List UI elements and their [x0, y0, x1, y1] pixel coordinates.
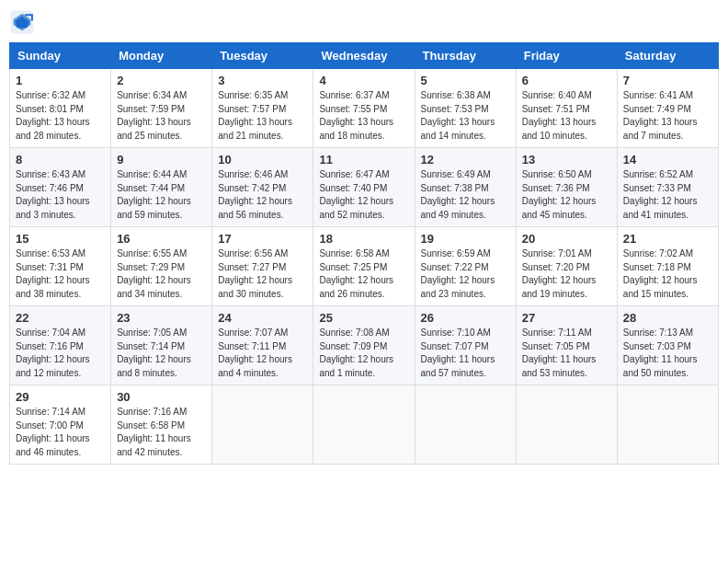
day-detail: Sunrise: 6:50 AM Sunset: 7:36 PM Dayligh… — [522, 168, 611, 222]
day-number: 14 — [623, 153, 712, 167]
calendar-cell: 30 Sunrise: 7:16 AM Sunset: 6:58 PM Dayl… — [111, 385, 212, 465]
day-detail: Sunrise: 6:43 AM Sunset: 7:46 PM Dayligh… — [16, 168, 105, 222]
calendar-cell: 15 Sunrise: 6:53 AM Sunset: 7:31 PM Dayl… — [10, 227, 111, 306]
logo-icon — [9, 9, 35, 35]
week-row-4: 22 Sunrise: 7:04 AM Sunset: 7:16 PM Dayl… — [10, 306, 719, 385]
day-detail: Sunrise: 6:35 AM Sunset: 7:57 PM Dayligh… — [218, 89, 307, 143]
calendar-cell: 8 Sunrise: 6:43 AM Sunset: 7:46 PM Dayli… — [10, 148, 111, 227]
day-number: 8 — [16, 153, 105, 167]
day-detail: Sunrise: 7:01 AM Sunset: 7:20 PM Dayligh… — [522, 247, 611, 301]
calendar-cell — [212, 385, 313, 465]
day-number: 11 — [319, 153, 408, 167]
day-detail: Sunrise: 6:56 AM Sunset: 7:27 PM Dayligh… — [218, 247, 307, 301]
calendar-cell: 17 Sunrise: 6:56 AM Sunset: 7:27 PM Dayl… — [212, 227, 313, 306]
day-detail: Sunrise: 6:59 AM Sunset: 7:22 PM Dayligh… — [421, 247, 510, 301]
calendar-cell — [617, 385, 718, 465]
day-detail: Sunrise: 6:41 AM Sunset: 7:49 PM Dayligh… — [623, 89, 712, 143]
day-detail: Sunrise: 7:04 AM Sunset: 7:16 PM Dayligh… — [16, 327, 105, 380]
day-detail: Sunrise: 7:05 AM Sunset: 7:14 PM Dayligh… — [117, 327, 206, 380]
day-number: 20 — [522, 232, 611, 246]
calendar-cell: 20 Sunrise: 7:01 AM Sunset: 7:20 PM Dayl… — [516, 227, 617, 306]
day-number: 29 — [16, 390, 105, 404]
day-detail: Sunrise: 6:49 AM Sunset: 7:38 PM Dayligh… — [421, 168, 510, 222]
calendar-cell: 29 Sunrise: 7:14 AM Sunset: 7:00 PM Dayl… — [10, 385, 111, 465]
day-detail: Sunrise: 6:44 AM Sunset: 7:44 PM Dayligh… — [117, 168, 206, 222]
week-row-5: 29 Sunrise: 7:14 AM Sunset: 7:00 PM Dayl… — [10, 385, 719, 465]
day-number: 18 — [319, 232, 408, 246]
day-detail: Sunrise: 7:07 AM Sunset: 7:11 PM Dayligh… — [218, 327, 307, 380]
day-number: 26 — [421, 311, 510, 325]
calendar-cell: 22 Sunrise: 7:04 AM Sunset: 7:16 PM Dayl… — [10, 306, 111, 385]
day-detail: Sunrise: 7:14 AM Sunset: 7:00 PM Dayligh… — [16, 406, 105, 459]
day-number: 6 — [522, 74, 611, 87]
logo — [9, 9, 39, 35]
calendar-cell: 26 Sunrise: 7:10 AM Sunset: 7:07 PM Dayl… — [415, 306, 516, 385]
calendar-cell: 25 Sunrise: 7:08 AM Sunset: 7:09 PM Dayl… — [313, 306, 415, 385]
calendar-cell: 24 Sunrise: 7:07 AM Sunset: 7:11 PM Dayl… — [212, 306, 313, 385]
day-number: 21 — [623, 232, 712, 246]
day-number: 24 — [218, 311, 307, 325]
day-number: 16 — [117, 232, 206, 246]
weekday-header-tuesday: Tuesday — [212, 43, 313, 69]
day-number: 3 — [218, 74, 307, 87]
week-row-1: 1 Sunrise: 6:32 AM Sunset: 8:01 PM Dayli… — [10, 69, 719, 148]
day-number: 17 — [218, 232, 307, 246]
calendar-cell: 16 Sunrise: 6:55 AM Sunset: 7:29 PM Dayl… — [111, 227, 212, 306]
weekday-header-friday: Friday — [516, 43, 617, 69]
calendar-cell: 6 Sunrise: 6:40 AM Sunset: 7:51 PM Dayli… — [516, 69, 617, 148]
weekday-header-monday: Monday — [111, 43, 212, 69]
weekday-header-sunday: Sunday — [10, 43, 111, 69]
calendar-cell: 28 Sunrise: 7:13 AM Sunset: 7:03 PM Dayl… — [617, 306, 718, 385]
day-detail: Sunrise: 7:11 AM Sunset: 7:05 PM Dayligh… — [522, 327, 611, 380]
calendar-cell — [313, 385, 415, 465]
day-detail: Sunrise: 7:13 AM Sunset: 7:03 PM Dayligh… — [623, 327, 712, 380]
week-row-2: 8 Sunrise: 6:43 AM Sunset: 7:46 PM Dayli… — [10, 148, 719, 227]
day-number: 22 — [16, 311, 105, 325]
day-number: 2 — [117, 74, 206, 87]
day-number: 30 — [117, 390, 206, 404]
day-number: 27 — [522, 311, 611, 325]
day-detail: Sunrise: 6:46 AM Sunset: 7:42 PM Dayligh… — [218, 168, 307, 222]
calendar-table: SundayMondayTuesdayWednesdayThursdayFrid… — [9, 42, 719, 465]
day-number: 25 — [319, 311, 408, 325]
day-detail: Sunrise: 6:55 AM Sunset: 7:29 PM Dayligh… — [117, 247, 206, 301]
calendar-cell: 1 Sunrise: 6:32 AM Sunset: 8:01 PM Dayli… — [10, 69, 111, 148]
calendar-cell: 4 Sunrise: 6:37 AM Sunset: 7:55 PM Dayli… — [313, 69, 415, 148]
calendar-cell: 2 Sunrise: 6:34 AM Sunset: 7:59 PM Dayli… — [111, 69, 212, 148]
calendar-cell: 13 Sunrise: 6:50 AM Sunset: 7:36 PM Dayl… — [516, 148, 617, 227]
day-detail: Sunrise: 7:10 AM Sunset: 7:07 PM Dayligh… — [421, 327, 510, 380]
calendar-cell: 11 Sunrise: 6:47 AM Sunset: 7:40 PM Dayl… — [313, 148, 415, 227]
calendar-cell: 3 Sunrise: 6:35 AM Sunset: 7:57 PM Dayli… — [212, 69, 313, 148]
calendar-cell — [415, 385, 516, 465]
day-number: 9 — [117, 153, 206, 167]
calendar-cell: 12 Sunrise: 6:49 AM Sunset: 7:38 PM Dayl… — [415, 148, 516, 227]
weekday-header-saturday: Saturday — [617, 43, 718, 69]
calendar-cell: 14 Sunrise: 6:52 AM Sunset: 7:33 PM Dayl… — [617, 148, 718, 227]
calendar-cell: 5 Sunrise: 6:38 AM Sunset: 7:53 PM Dayli… — [415, 69, 516, 148]
day-detail: Sunrise: 7:16 AM Sunset: 6:58 PM Dayligh… — [117, 406, 206, 459]
day-detail: Sunrise: 6:32 AM Sunset: 8:01 PM Dayligh… — [16, 89, 105, 143]
weekday-header-wednesday: Wednesday — [313, 43, 415, 69]
day-detail: Sunrise: 6:58 AM Sunset: 7:25 PM Dayligh… — [319, 247, 408, 301]
week-row-3: 15 Sunrise: 6:53 AM Sunset: 7:31 PM Dayl… — [10, 227, 719, 306]
page-header — [9, 9, 719, 35]
calendar-cell: 7 Sunrise: 6:41 AM Sunset: 7:49 PM Dayli… — [617, 69, 718, 148]
day-detail: Sunrise: 6:47 AM Sunset: 7:40 PM Dayligh… — [319, 168, 408, 222]
calendar-cell: 23 Sunrise: 7:05 AM Sunset: 7:14 PM Dayl… — [111, 306, 212, 385]
calendar-cell: 27 Sunrise: 7:11 AM Sunset: 7:05 PM Dayl… — [516, 306, 617, 385]
day-number: 19 — [421, 232, 510, 246]
calendar-cell — [516, 385, 617, 465]
calendar-cell: 9 Sunrise: 6:44 AM Sunset: 7:44 PM Dayli… — [111, 148, 212, 227]
calendar-cell: 19 Sunrise: 6:59 AM Sunset: 7:22 PM Dayl… — [415, 227, 516, 306]
day-number: 23 — [117, 311, 206, 325]
weekday-header-thursday: Thursday — [415, 43, 516, 69]
day-number: 7 — [623, 74, 712, 87]
day-number: 12 — [421, 153, 510, 167]
calendar-cell: 18 Sunrise: 6:58 AM Sunset: 7:25 PM Dayl… — [313, 227, 415, 306]
day-number: 28 — [623, 311, 712, 325]
calendar-cell: 10 Sunrise: 6:46 AM Sunset: 7:42 PM Dayl… — [212, 148, 313, 227]
day-detail: Sunrise: 6:38 AM Sunset: 7:53 PM Dayligh… — [421, 89, 510, 143]
day-detail: Sunrise: 6:40 AM Sunset: 7:51 PM Dayligh… — [522, 89, 611, 143]
day-detail: Sunrise: 6:34 AM Sunset: 7:59 PM Dayligh… — [117, 89, 206, 143]
day-detail: Sunrise: 6:37 AM Sunset: 7:55 PM Dayligh… — [319, 89, 408, 143]
